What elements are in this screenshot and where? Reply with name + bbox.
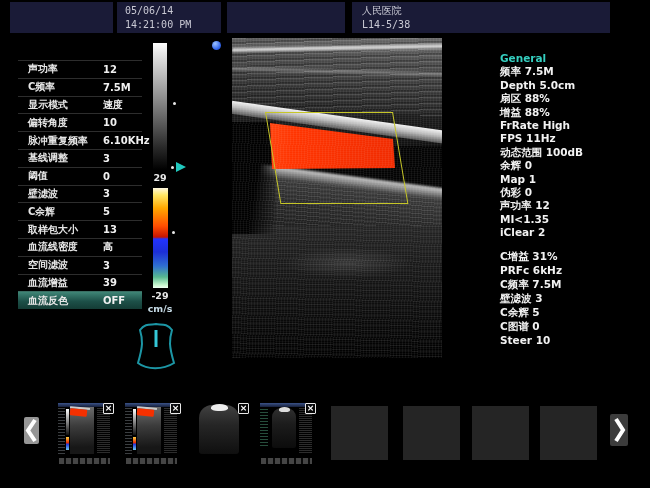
- parameter-label: 脉冲重复频率: [28, 134, 103, 148]
- info-section-header: General: [500, 52, 645, 65]
- thumb-colorbar: [66, 437, 69, 450]
- thumb-color-flow: [70, 408, 88, 417]
- parameter-row[interactable]: C余辉 5: [18, 202, 142, 220]
- parameter-value: 3: [103, 188, 110, 199]
- parameter-label: 显示模式: [28, 98, 103, 112]
- thumbnail-3[interactable]: ×: [192, 402, 247, 456]
- thumb-image: [137, 407, 161, 454]
- thumb-right-text: [164, 408, 177, 453]
- marker-dot-icon: [171, 166, 174, 169]
- titlebar-box-middle: [227, 2, 345, 33]
- info-line: 增益 88%: [500, 106, 645, 119]
- image-info-panel: General 频率 7.5M Depth 5.0cm 扇区 88% 增益 88…: [500, 52, 645, 240]
- thumbnail-filmstrip: [261, 458, 312, 464]
- parameter-value: 速度: [103, 98, 123, 112]
- info-line: FPS 11Hz: [500, 132, 645, 145]
- thumb-probe-arc: [211, 404, 228, 411]
- parameter-label: C余辉: [28, 205, 103, 219]
- parameter-label: 血流增益: [28, 276, 103, 290]
- parameter-row[interactable]: 阈值 0: [18, 167, 142, 185]
- baseline-dot-icon: [172, 231, 175, 234]
- parameter-label: 声功率: [28, 62, 103, 76]
- thumb-graybar: [66, 409, 69, 435]
- parameter-panel: 声功率 12 C频率 7.5M 显示模式 速度 偏转角度 10 脉冲重复频率 6…: [18, 60, 142, 309]
- parameter-value: 3: [103, 260, 110, 271]
- info-line: 频率 7.5M: [500, 65, 645, 78]
- thumbnail-4[interactable]: ×: [259, 402, 314, 456]
- parameter-label: 阈值: [28, 169, 103, 183]
- parameter-row[interactable]: 基线调整 3: [18, 149, 142, 167]
- info-line: 壁滤波 3: [500, 291, 645, 305]
- parameter-value: 6.10KHz: [103, 135, 150, 146]
- thumbnail-slot-empty: [472, 406, 529, 460]
- close-icon[interactable]: ×: [103, 403, 114, 414]
- info-section-general: 频率 7.5M Depth 5.0cm 扇区 88% 增益 88% FrRate…: [500, 65, 645, 239]
- parameter-row[interactable]: 声功率 12: [18, 60, 142, 78]
- b-mode-image[interactable]: [232, 38, 442, 358]
- thumbnail-1[interactable]: ×: [57, 402, 112, 456]
- thumbnail-slot-empty: [403, 406, 460, 460]
- parameter-value: 7.5M: [103, 82, 131, 93]
- parameter-row[interactable]: 壁滤波 3: [18, 185, 142, 203]
- parameter-label: 空间滤波: [28, 258, 103, 272]
- parameter-value: OFF: [103, 295, 125, 306]
- parameter-row[interactable]: 偏转角度 10: [18, 113, 142, 131]
- close-icon[interactable]: ×: [238, 403, 249, 414]
- parameter-row[interactable]: 血流线密度 高: [18, 238, 142, 256]
- close-icon[interactable]: ×: [170, 403, 181, 414]
- ultrasound-screen: 05/06/14 14:21:00 PM 人民医院 L14-5/38 声功率 1…: [0, 0, 650, 488]
- velocity-max-label: 29: [146, 172, 174, 183]
- parameter-row[interactable]: 脉冲重复频率 6.10KHz: [18, 131, 142, 149]
- close-icon[interactable]: ×: [305, 403, 316, 414]
- parameter-label: 壁滤波: [28, 187, 103, 201]
- thumb-right-text: [97, 408, 110, 453]
- thumb-left-text: [58, 408, 65, 454]
- prev-thumbnails-button[interactable]: [24, 417, 39, 444]
- parameter-row[interactable]: 空间滤波 3: [18, 256, 142, 274]
- thumb-colorbar: [133, 437, 136, 450]
- parameter-row[interactable]: 血流增益 39: [18, 274, 142, 292]
- parameter-label: 血流反色: [28, 294, 103, 308]
- focus-marker-icon[interactable]: [176, 162, 186, 172]
- time-text: 14:21:00 PM: [125, 18, 221, 32]
- titlebar-box-left: [10, 2, 113, 33]
- parameter-value: 3: [103, 153, 110, 164]
- info-line: Steer 10: [500, 333, 645, 347]
- velocity-unit-label: cm/s: [142, 303, 178, 314]
- thumb-probe-arc: [279, 407, 290, 412]
- info-line: 余辉 0: [500, 159, 645, 172]
- parameter-row[interactable]: C频率 7.5M: [18, 78, 142, 96]
- thumb-graybar: [133, 409, 136, 435]
- parameter-value: 12: [103, 64, 117, 75]
- parameter-value: 13: [103, 224, 117, 235]
- info-line: Map 1: [500, 173, 645, 186]
- probe-orientation-dot-icon: [212, 41, 221, 50]
- parameter-label: 血流线密度: [28, 240, 103, 254]
- parameter-value: 39: [103, 277, 117, 288]
- hospital-name: 人民医院: [362, 4, 610, 18]
- parameter-value: 5: [103, 206, 110, 217]
- thumbnail-2[interactable]: ×: [124, 402, 179, 456]
- info-line: C频率 7.5M: [500, 277, 645, 291]
- velocity-min-label: -29: [144, 290, 176, 301]
- color-doppler-bar: [153, 188, 168, 288]
- info-line: C增益 31%: [500, 249, 645, 263]
- thumbnail-filmstrip: [59, 458, 110, 464]
- thumbnail-filmstrip: [126, 458, 177, 464]
- info-line: C余辉 5: [500, 305, 645, 319]
- probe-model: L14-5/38: [362, 18, 610, 32]
- thumb-right-text: [299, 408, 312, 453]
- thumb-left-text: [260, 408, 268, 446]
- info-line: C图谱 0: [500, 319, 645, 333]
- parameter-value: 高: [103, 240, 113, 254]
- parameter-label: 偏转角度: [28, 116, 103, 130]
- thumb-image: [70, 407, 94, 454]
- parameter-row[interactable]: 显示模式 速度: [18, 96, 142, 114]
- parameter-row[interactable]: 血流反色 OFF: [18, 291, 142, 309]
- info-line: 扇区 88%: [500, 92, 645, 105]
- parameter-row[interactable]: 取样包大小 13: [18, 220, 142, 238]
- next-thumbnails-button[interactable]: [610, 414, 628, 446]
- color-roi-box[interactable]: [265, 112, 408, 204]
- parameter-label: 基线调整: [28, 151, 103, 165]
- info-line: 伪彩 0: [500, 186, 645, 199]
